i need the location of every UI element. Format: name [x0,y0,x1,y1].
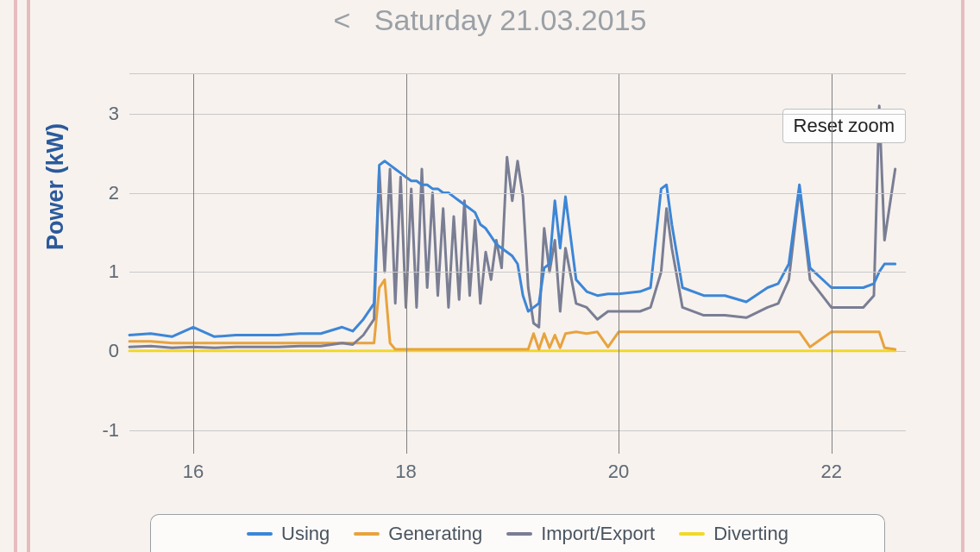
legend-item-using[interactable]: Using [247,523,330,545]
y-tick-label: 3 [85,103,119,125]
grid-line [406,74,407,454]
legend-label: Using [281,523,330,545]
prev-day-chevron-icon[interactable]: < [333,3,350,36]
grid-line [832,74,832,454]
grid-line [129,114,906,115]
series-import-export[interactable] [129,106,895,348]
grid-line [129,272,906,273]
y-tick-label: 1 [85,260,119,283]
decorative-divider [27,0,30,552]
legend-item-diverting[interactable]: Diverting [679,523,788,545]
y-axis-label: Power (kW) [42,123,69,250]
legend-label: Generating [388,523,482,545]
legend-label: Diverting [713,523,788,545]
y-tick-label: 2 [85,182,119,204]
legend-swatch [354,532,380,536]
legend-item-import-export[interactable]: Import/Export [506,523,655,545]
grid-line [619,74,619,454]
legend-swatch [506,532,532,536]
grid-line [129,193,906,194]
x-tick-label: 16 [183,461,204,483]
legend-swatch [247,532,273,536]
series-using[interactable] [129,161,895,336]
decorative-divider [961,0,964,552]
power-chart[interactable]: Reset zoom -1012316182022 [129,73,906,454]
legend-item-generating[interactable]: Generating [354,523,482,545]
y-tick-label: -1 [85,419,119,442]
x-tick-label: 22 [820,461,841,483]
series-generating[interactable] [129,279,895,349]
x-tick-label: 20 [608,461,629,483]
legend-swatch [679,532,705,536]
date-label: Saturday 21.03.2015 [374,3,647,36]
grid-line [129,430,906,431]
x-tick-label: 18 [395,461,416,483]
grid-line [193,74,194,454]
date-header: < Saturday 21.03.2015 [0,3,980,37]
chart-legend: Using Generating Import/Export Diverting [150,514,885,552]
y-tick-label: 0 [85,340,119,362]
grid-line [129,351,906,352]
decorative-divider [14,0,17,552]
legend-label: Import/Export [541,523,655,545]
